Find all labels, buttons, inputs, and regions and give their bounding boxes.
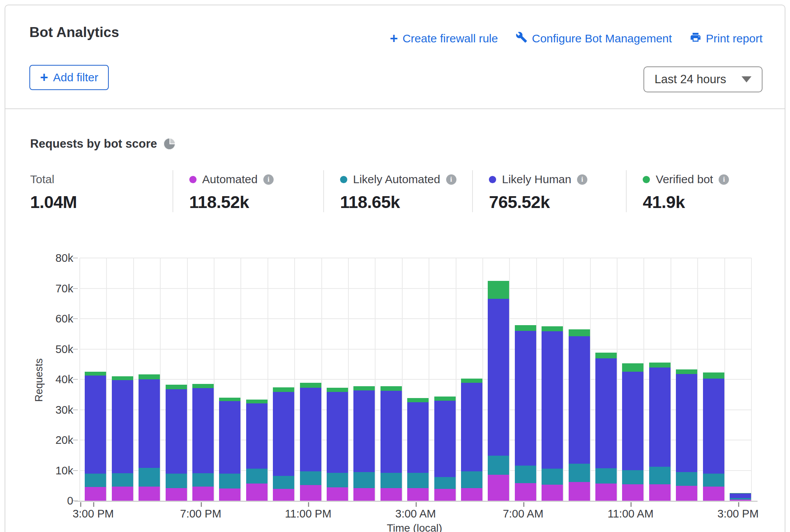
- bar-segment-automated: [380, 488, 402, 501]
- bar-segment-likely-automated: [219, 474, 240, 488]
- gridline-vertical: [402, 258, 403, 501]
- bar-segment-likely-human: [273, 392, 294, 476]
- bar-segment-likely-human: [166, 389, 187, 474]
- chart-bar[interactable]: [246, 258, 268, 501]
- bar-segment-likely-automated: [569, 464, 590, 482]
- bar-segment-likely-automated: [595, 468, 617, 484]
- bar-segment-likely-human: [488, 299, 509, 456]
- chart-bar[interactable]: [327, 258, 348, 501]
- add-filter-button[interactable]: + Add filter: [29, 65, 109, 90]
- bar-segment-likely-automated: [488, 456, 509, 474]
- bar-segment-likely-human: [676, 374, 697, 472]
- chart-bar[interactable]: [515, 258, 536, 501]
- stat-value: 118.65k: [340, 192, 472, 212]
- bar-segment-verified-bot: [488, 281, 509, 298]
- configure-bot-management-link[interactable]: Configure Bot Management: [516, 31, 672, 46]
- info-icon[interactable]: i: [577, 174, 587, 185]
- chart-bar[interactable]: [166, 258, 187, 501]
- chart-bar[interactable]: [139, 258, 160, 501]
- y-tick-mark: [73, 349, 78, 350]
- gridline-vertical: [751, 258, 752, 501]
- printer-icon: [690, 31, 701, 46]
- chart-bar[interactable]: [649, 258, 671, 501]
- info-icon[interactable]: i: [446, 174, 456, 185]
- chart-bar[interactable]: [273, 258, 294, 501]
- stats-row: Total 1.04M Automated i 118.52k Likely A…: [30, 170, 762, 212]
- chart-bar[interactable]: [595, 258, 617, 501]
- stat-automated: Automated i 118.52k: [173, 170, 323, 212]
- chart-bar[interactable]: [676, 258, 697, 501]
- x-tick-label: 7:00 PM: [180, 508, 221, 520]
- chart-bar[interactable]: [300, 258, 321, 501]
- y-tick-mark: [73, 500, 78, 501]
- chart-bar[interactable]: [461, 258, 482, 501]
- chart-bar[interactable]: [380, 258, 402, 501]
- bar-segment-likely-human: [730, 493, 751, 498]
- chart-bar[interactable]: [569, 258, 590, 501]
- chart-bar[interactable]: [192, 258, 214, 501]
- print-report-link[interactable]: Print report: [690, 31, 763, 46]
- chart-bar[interactable]: [112, 258, 133, 501]
- bar-segment-verified-bot: [327, 388, 348, 392]
- chart-bar[interactable]: [730, 258, 751, 501]
- chart-bar[interactable]: [488, 258, 509, 501]
- bar-segment-verified-bot: [407, 398, 429, 402]
- info-icon[interactable]: i: [263, 174, 274, 185]
- bar-segment-verified-bot: [380, 386, 402, 391]
- gridline-vertical: [590, 258, 591, 501]
- y-tick-label: 60k: [5, 312, 73, 326]
- y-tick-label: 70k: [5, 282, 73, 295]
- bar-segment-likely-automated: [112, 473, 133, 487]
- bar-segment-automated: [407, 488, 429, 501]
- bar-segment-verified-bot: [166, 385, 187, 389]
- bar-segment-automated: [246, 484, 268, 501]
- y-tick-label: 10k: [5, 464, 73, 477]
- gridline-vertical: [536, 258, 537, 501]
- chart-bar[interactable]: [703, 258, 724, 501]
- gridline-vertical: [429, 258, 429, 501]
- bar-segment-likely-automated: [542, 469, 563, 485]
- chart-bar[interactable]: [434, 258, 456, 501]
- gridline-vertical: [724, 258, 725, 501]
- bar-segment-verified-bot: [85, 372, 106, 376]
- create-firewall-rule-link[interactable]: + Create firewall rule: [390, 32, 498, 45]
- chart-bar[interactable]: [85, 258, 106, 501]
- bar-segment-automated: [85, 487, 106, 501]
- bar-segment-automated: [219, 488, 240, 501]
- stat-likely-automated: Likely Automated i 118.65k: [323, 170, 472, 212]
- bar-segment-likely-automated: [85, 474, 106, 487]
- gridline-vertical: [240, 258, 241, 501]
- info-icon[interactable]: i: [719, 174, 729, 185]
- bar-segment-verified-bot: [353, 386, 375, 390]
- bar-segment-likely-automated: [192, 473, 214, 487]
- bar-segment-likely-human: [542, 331, 563, 468]
- chart-bar[interactable]: [622, 258, 643, 501]
- automated-dot-icon: [189, 176, 197, 183]
- chart-bar[interactable]: [542, 258, 563, 501]
- bar-segment-likely-human: [112, 380, 133, 473]
- bar-segment-likely-human: [139, 379, 160, 468]
- y-tick-mark: [73, 440, 78, 440]
- chart-bar[interactable]: [219, 258, 240, 501]
- bar-segment-likely-automated: [461, 471, 482, 488]
- chart-bar[interactable]: [407, 258, 429, 501]
- plus-icon: +: [40, 72, 48, 83]
- create-firewall-rule-label: Create firewall rule: [403, 32, 498, 45]
- bar-segment-likely-human: [407, 402, 429, 473]
- bar-segment-verified-bot: [192, 384, 214, 388]
- bar-segment-automated: [542, 485, 563, 501]
- gridline-vertical: [617, 258, 617, 501]
- chart-bar[interactable]: [353, 258, 375, 501]
- time-range-select[interactable]: Last 24 hours: [643, 66, 763, 92]
- bar-segment-likely-automated: [703, 474, 724, 486]
- wrench-icon: [516, 31, 527, 46]
- configure-bot-management-label: Configure Bot Management: [532, 32, 672, 45]
- bot-analytics-panel: Bot Analytics + Create firewall rule Con…: [5, 5, 785, 532]
- bar-segment-verified-bot: [246, 400, 268, 403]
- time-range-value: Last 24 hours: [655, 73, 726, 86]
- bar-segment-automated: [515, 483, 536, 501]
- header-actions: + Create firewall rule Configure Bot Man…: [390, 31, 763, 46]
- y-tick-label: 0: [5, 494, 73, 508]
- gridline-vertical: [294, 258, 295, 501]
- bar-segment-likely-automated: [353, 472, 375, 488]
